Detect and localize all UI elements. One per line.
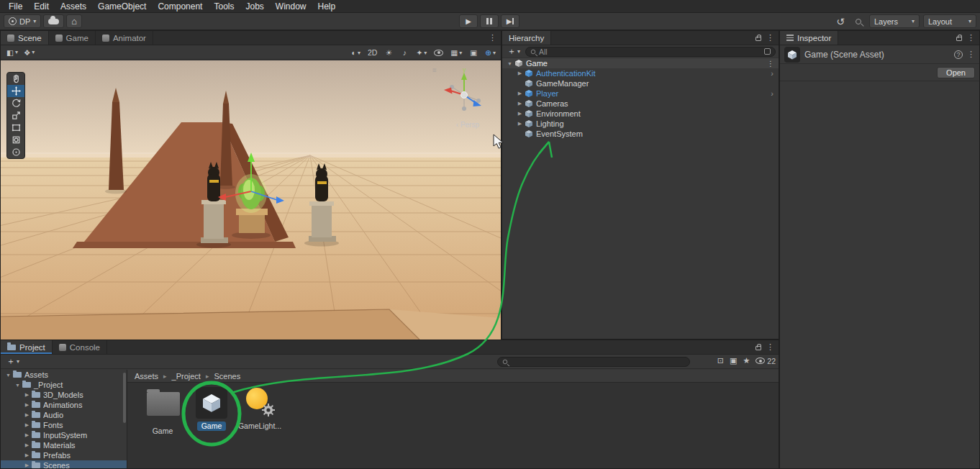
- expander-icon[interactable]: ▶: [515, 121, 525, 127]
- expander-icon[interactable]: ▶: [22, 432, 32, 438]
- gizmos-dropdown[interactable]: ⊕▾: [482, 47, 499, 58]
- inspector-menu-icon[interactable]: ⋮: [967, 34, 975, 42]
- cloud-button[interactable]: [43, 14, 64, 28]
- tree-row[interactable]: ▶Audio: [1, 410, 127, 420]
- tool-settings-dropdown[interactable]: ◧▾: [4, 47, 21, 58]
- tab-scene[interactable]: Scene: [1, 31, 49, 45]
- create-asset-button[interactable]: ＋▾: [4, 355, 22, 368]
- search-everything-button[interactable]: [851, 16, 866, 27]
- scale-tool-button[interactable]: [7, 109, 24, 122]
- home-button[interactable]: ⌂: [66, 14, 82, 28]
- tree-row[interactable]: ▶Prefabs: [1, 450, 127, 460]
- hierarchy-row[interactable]: ▶ Cameras: [502, 99, 779, 109]
- expander-icon[interactable]: ▶: [515, 91, 525, 96]
- tree-row[interactable]: ▶Materials: [1, 440, 127, 450]
- tab-animator[interactable]: Animator: [96, 31, 153, 45]
- save-search-icon[interactable]: ★: [743, 356, 750, 365]
- expander-icon[interactable]: ▶: [515, 101, 525, 106]
- menu-help[interactable]: Help: [312, 1, 342, 12]
- search-by-label-icon[interactable]: ▣: [730, 356, 737, 365]
- step-button[interactable]: ▶: [501, 14, 520, 28]
- effects-dropdown[interactable]: ✦▾: [413, 47, 430, 58]
- orientation-gizmo[interactable]: y: [439, 68, 491, 119]
- grid-snap-dropdown[interactable]: ❖▾: [21, 47, 37, 58]
- tree-row[interactable]: ▼_Project: [1, 380, 127, 390]
- hidden-count-toggle[interactable]: 22: [756, 357, 776, 365]
- layers-dropdown[interactable]: Layers▾: [869, 14, 920, 28]
- prefab-open-chevron[interactable]: ›: [771, 90, 773, 98]
- expander-icon[interactable]: ▼: [13, 383, 22, 388]
- grid-visibility-dropdown[interactable]: ▦▾: [448, 47, 465, 58]
- hierarchy-row[interactable]: GameManager: [502, 78, 779, 88]
- hand-tool-button[interactable]: [7, 73, 24, 85]
- hierarchy-row-scene[interactable]: ▼ Game ⋮: [502, 58, 779, 68]
- expander-icon[interactable]: ▼: [505, 61, 514, 66]
- breadcrumb-project[interactable]: _Project: [172, 372, 201, 381]
- menu-gameobject[interactable]: GameObject: [92, 1, 152, 12]
- draw-mode-dropdown[interactable]: ◐▾: [349, 47, 363, 58]
- menu-assets[interactable]: Assets: [55, 1, 92, 12]
- layout-dropdown[interactable]: Layout▾: [923, 14, 976, 28]
- rect-tool-button[interactable]: [7, 122, 24, 134]
- open-button[interactable]: Open: [937, 67, 975, 78]
- tab-project[interactable]: Project: [1, 340, 53, 354]
- hierarchy-row[interactable]: ▶ Player ›: [502, 88, 779, 99]
- tree-row[interactable]: ▶3D_Models: [1, 390, 127, 400]
- tab-game[interactable]: Game: [49, 31, 96, 45]
- hierarchy-menu-icon[interactable]: ⋮: [766, 34, 774, 42]
- expander-icon[interactable]: ▶: [515, 111, 525, 117]
- overlay-drag-handle[interactable]: ≡: [432, 66, 437, 74]
- scene-options-icon[interactable]: ⋮: [767, 60, 774, 68]
- project-content-area[interactable]: Assets ▸ _Project ▸ Scenes Game: [127, 370, 779, 468]
- expander-icon[interactable]: ▼: [4, 373, 13, 378]
- custom-tools-button[interactable]: [7, 146, 24, 158]
- menu-jobs[interactable]: Jobs: [240, 1, 269, 12]
- tab-console[interactable]: Console: [53, 340, 107, 354]
- play-button[interactable]: ▶: [459, 14, 478, 28]
- tree-scrollbar[interactable]: [123, 373, 126, 423]
- expander-icon[interactable]: ▶: [515, 70, 525, 76]
- hierarchy-search-input[interactable]: All: [525, 47, 776, 57]
- scene-viewport[interactable]: y ‹ Persp ≡: [1, 60, 501, 340]
- lock-icon[interactable]: [956, 37, 962, 41]
- menu-tools[interactable]: Tools: [208, 1, 240, 12]
- menu-component[interactable]: Component: [152, 1, 208, 12]
- pause-button[interactable]: [480, 14, 499, 28]
- component-tools-button[interactable]: ▣: [466, 47, 481, 58]
- undo-history-button[interactable]: ↺: [833, 16, 848, 27]
- perspective-toggle[interactable]: ‹ Persp: [456, 121, 479, 129]
- hierarchy-row[interactable]: ▶ Environment: [502, 109, 779, 119]
- tree-row[interactable]: ▶Fonts: [1, 420, 127, 430]
- tab-hierarchy[interactable]: Hierarchy: [502, 31, 551, 45]
- project-menu-icon[interactable]: ⋮: [766, 343, 774, 351]
- expander-icon[interactable]: ▶: [22, 442, 32, 448]
- asset-item-scene-selected[interactable]: Game: [188, 387, 235, 431]
- expander-icon[interactable]: ▶: [22, 412, 32, 418]
- scene-lighting-toggle[interactable]: ☀: [381, 47, 396, 58]
- asset-item-lighting[interactable]: GameLight...: [236, 387, 283, 431]
- lock-icon[interactable]: [756, 37, 761, 41]
- expander-icon[interactable]: ▶: [22, 392, 32, 398]
- tree-row-assets[interactable]: ▼Assets: [1, 370, 127, 380]
- help-icon[interactable]: ?: [954, 50, 963, 59]
- expander-icon[interactable]: ▶: [22, 452, 32, 458]
- scene-tab-menu-icon[interactable]: ⋮: [489, 34, 496, 42]
- hierarchy-row[interactable]: EventSystem: [502, 129, 779, 139]
- move-tool-button[interactable]: [7, 85, 24, 97]
- tree-row-scenes-selected[interactable]: ▶Scenes: [1, 460, 127, 468]
- create-object-button[interactable]: ＋▾: [505, 45, 522, 58]
- menu-edit[interactable]: Edit: [28, 1, 55, 12]
- toggle-2d-button[interactable]: 2D: [365, 47, 380, 58]
- search-by-type-icon[interactable]: ⊡: [717, 356, 724, 365]
- search-filter-icon[interactable]: [764, 48, 771, 55]
- breadcrumb-scenes[interactable]: Scenes: [214, 372, 240, 381]
- tree-row[interactable]: ▶InputSystem: [1, 430, 127, 440]
- menu-file[interactable]: File: [3, 1, 28, 12]
- tree-row[interactable]: ▶Animations: [1, 400, 127, 410]
- asset-menu-icon[interactable]: ⋮: [967, 50, 975, 58]
- expander-icon[interactable]: ▶: [22, 463, 32, 468]
- lock-icon[interactable]: [756, 346, 761, 350]
- account-button[interactable]: DP ▾: [4, 14, 41, 28]
- prefab-open-chevron[interactable]: ›: [771, 70, 773, 78]
- expander-icon[interactable]: ▶: [22, 402, 32, 408]
